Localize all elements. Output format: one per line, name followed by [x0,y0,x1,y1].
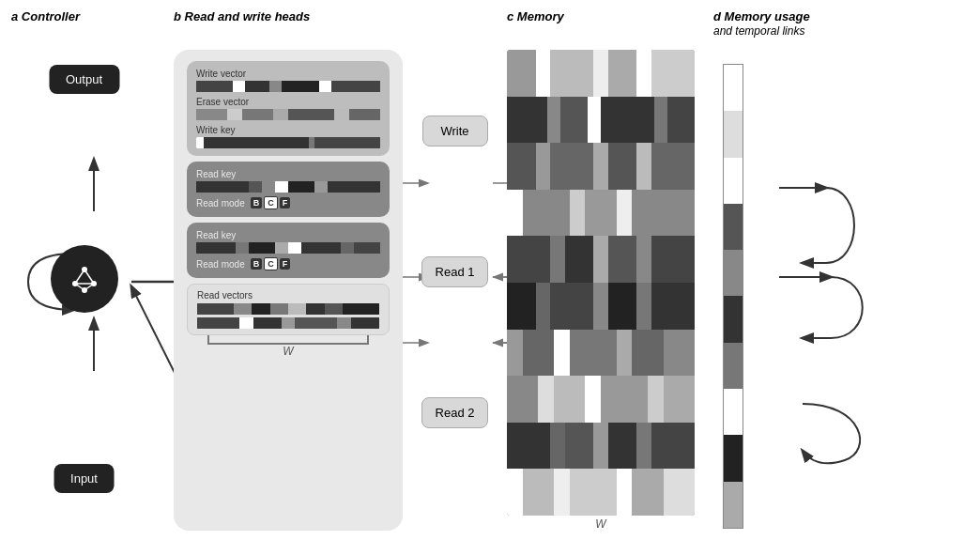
usage-strip [723,64,743,529]
write-button[interactable]: Write [422,116,488,147]
section-d-title: Memory usage [725,9,810,23]
usage-cell-1 [724,65,743,111]
mem-row-6 [507,283,695,330]
read-mode-2-row: Read mode B C F [196,257,380,270]
read-vectors-label: Read vectors [197,290,379,301]
write-vector-row: Write vector [196,69,380,92]
mem-row-8 [507,376,695,423]
mem-row-2 [507,97,695,144]
svg-line-22 [75,270,84,284]
section-b-label: b Read and write heads [174,9,403,23]
mem-row-9 [507,423,695,470]
erase-vector-row: Erase vector [196,97,380,120]
output-label: Output [66,72,102,86]
controller-circle [51,245,118,313]
write-button-label: Write [440,124,468,138]
read2-button-label: Read 2 [436,406,475,420]
mode-c-2: C [264,257,278,270]
read-vectors-panel: Read vectors [187,284,390,335]
section-c-label: c Memory [507,9,695,23]
mem-row-7 [507,330,695,377]
usage-cell-3 [724,158,743,204]
read-mode-1-row: Read mode B C F [196,196,380,209]
usage-cell-9 [724,435,743,481]
controller-area: Output In [11,27,157,531]
erase-vector-label: Erase vector [196,97,380,107]
read-mode-2-label: Read mode [196,259,245,270]
usage-strip-container [713,64,845,529]
read-key-2-strip [196,242,380,254]
section-d: d Memory usage and temporal links [713,9,845,531]
mem-row-10 [507,469,695,516]
mem-row-4 [507,190,695,237]
section-d-label: d Memory usage and temporal links [713,9,845,38]
svg-line-25 [84,284,94,290]
w-brace-b: W [187,343,390,358]
svg-line-23 [84,270,94,284]
write-key-row: Write key [196,125,380,148]
erase-vector-strip [196,109,380,120]
write-panel: Write vector Erase vector [187,61,390,156]
controller-icon [66,260,103,298]
section-c-title: Memory [517,9,564,23]
usage-cell-6 [724,296,743,342]
read-key-2-row: Read key [196,230,380,254]
write-key-strip [196,137,380,148]
read2-button[interactable]: Read 2 [421,397,489,428]
read-panel-2: Read key Read mode B C [187,223,390,278]
output-box: Output [49,65,119,94]
diagram-container: a Controller Output [0,0,980,540]
usage-cell-7 [724,343,743,389]
read-key-1-label: Read key [196,169,380,179]
input-box: Input [54,464,115,493]
action-buttons-column: Write Read 1 Read 2 [410,9,499,531]
mode-b-2: B [251,258,263,270]
write-key-label: Write key [196,125,380,135]
mode-f-2: F [280,258,291,270]
usage-cell-2 [724,111,743,157]
usage-cell-5 [724,250,743,296]
read1-button-label: Read 1 [436,265,475,279]
mode-f-1: F [280,197,291,208]
memory-grid: N [507,50,695,516]
input-label: Input [70,471,98,486]
section-b-inner: Write vector Erase vector [174,50,403,531]
section-c-letter: c [507,9,513,23]
write-vector-label: Write vector [196,69,380,79]
read-mode-1-label: Read mode [196,198,245,208]
mode-c-1: C [264,196,278,209]
usage-cell-4 [724,204,743,250]
write-vector-strip [196,81,380,92]
section-c: c Memory [507,9,695,531]
read1-button[interactable]: Read 1 [421,256,489,287]
usage-cell-8 [724,389,743,435]
section-a-letter: a [11,9,18,23]
section-b-letter: b [174,9,181,23]
section-d-subtitle: and temporal links [713,24,804,38]
read-key-2-label: Read key [196,230,380,240]
usage-cell-10 [724,482,743,528]
read-vec-2-strip [197,317,379,329]
section-a: a Controller Output [11,9,157,531]
read-key-1-row: Read key [196,169,380,193]
read-vec-1-strip [197,303,379,315]
svg-line-24 [75,284,84,290]
mem-row-3 [507,143,695,190]
section-b-title: Read and write heads [185,9,311,23]
read-panel-1: Read key Read mode B C F [187,162,390,217]
mem-row-5 [507,236,695,283]
section-d-letter: d [713,9,721,23]
mem-row-1 [507,50,695,97]
section-a-title: Controller [22,9,80,23]
read-key-1-strip [196,181,380,193]
w-label-c: W [507,517,695,531]
w-label-b: W [283,345,293,358]
mode-b-1: B [251,197,263,208]
section-b: b Read and write heads Write vector [166,9,410,531]
section-a-label: a Controller [11,9,80,23]
